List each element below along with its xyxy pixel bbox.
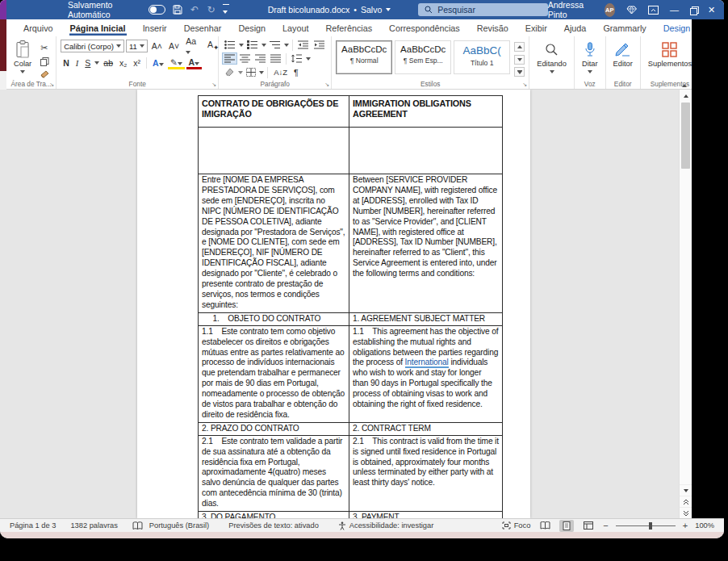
save-icon[interactable] — [173, 5, 182, 15]
grammar-suggestion-underline[interactable]: International — [405, 358, 449, 368]
ribbon-display-options-icon[interactable] — [648, 6, 659, 15]
language-indicator[interactable]: Português (Brasil) — [149, 521, 209, 530]
decrease-indent-icon[interactable] — [296, 40, 311, 50]
cell-pt-section1[interactable]: 1. OBJETO DO CONTRATO — [199, 313, 349, 325]
cell-en-empty[interactable] — [349, 128, 502, 174]
tab-mailings[interactable]: Correspondências — [388, 21, 461, 36]
scroll-down-icon[interactable] — [680, 484, 692, 496]
restore-button[interactable] — [690, 6, 696, 14]
cell-pt-title[interactable]: CONTRATO DE OBRIGAÇÕES DE IMIGRAÇÃO — [199, 96, 349, 127]
autosave-toggle[interactable] — [149, 5, 166, 15]
editor-button[interactable]: Editor — [610, 39, 636, 78]
shading-icon[interactable] — [223, 67, 236, 77]
font-family-select[interactable]: Calibri (Corpo) — [61, 40, 124, 52]
tab-layout[interactable]: Layout — [282, 21, 309, 36]
next-page-icon[interactable] — [680, 507, 692, 518]
gem-icon[interactable] — [626, 6, 637, 15]
cell-pt-clause21[interactable]: 2.1 Este contrato tem validade a partir … — [199, 436, 349, 511]
cell-en-section2[interactable]: 2. CONTRACT TERM — [349, 423, 502, 435]
editing-button[interactable]: Editando — [533, 39, 570, 78]
cell-pt-section2[interactable]: 2. PRAZO DO CONTRATO — [199, 423, 349, 435]
increase-indent-icon[interactable] — [312, 40, 327, 50]
cell-en-section3[interactable]: 3. PAYMENT — [349, 512, 502, 518]
cell-en-clause11[interactable]: 1.1 This agreement has the objective of … — [349, 326, 502, 422]
styles-more-icon[interactable] — [514, 67, 525, 77]
chevron-down-icon[interactable] — [306, 57, 311, 61]
document-title[interactable]: Draft bicolunado.docx • Salvo — [268, 5, 391, 15]
tab-design[interactable]: Design — [237, 21, 266, 36]
cell-pt-empty[interactable] — [199, 128, 349, 174]
styles-scroll-down-icon[interactable] — [514, 55, 525, 65]
previous-page-icon[interactable] — [680, 496, 692, 507]
document-area[interactable]: CONTRATO DE OBRIGAÇÕES DE IMIGRAÇÃO IMMI… — [0, 90, 724, 518]
zoom-level[interactable]: 100% — [695, 521, 714, 530]
clipboard-dialog-launcher-icon[interactable]: ↘ — [49, 82, 54, 88]
line-spacing-icon[interactable] — [290, 53, 304, 64]
customize-toolbar-icon[interactable] — [223, 4, 228, 15]
italic-button[interactable]: I — [73, 59, 82, 68]
font-color-icon[interactable]: A — [186, 57, 203, 69]
style-heading1[interactable]: AaBbC( Título 1 — [454, 40, 510, 74]
chevron-down-icon[interactable] — [259, 71, 264, 74]
dictate-button[interactable]: Ditar — [579, 39, 601, 78]
scrollbar-thumb[interactable] — [681, 103, 690, 169]
font-dialog-launcher-icon[interactable]: ↘ — [211, 82, 216, 88]
multilevel-list-icon[interactable] — [268, 40, 282, 50]
tab-help[interactable]: Ajuda — [563, 21, 588, 36]
sort-icon[interactable]: A↓Z — [271, 68, 290, 77]
numbered-list-icon[interactable] — [245, 40, 260, 50]
cell-pt-intro[interactable]: Entre [NOME DA EMPRESA PRESTADORA DE SER… — [199, 174, 349, 312]
proofing-icon[interactable] — [132, 521, 143, 530]
scroll-up-icon[interactable] — [680, 90, 692, 102]
tab-file[interactable]: Arquivo — [23, 21, 54, 36]
style-no-spacing[interactable]: AaBbCcDc ¶ Sem Esp... — [395, 40, 451, 74]
avatar[interactable]: AP — [605, 3, 615, 17]
cell-en-clause21[interactable]: 2.1 This contract is valid from the time… — [349, 436, 502, 511]
styles-dialog-launcher-icon[interactable]: ↘ — [522, 82, 527, 88]
justify-button[interactable] — [269, 53, 282, 64]
text-effects-icon[interactable]: A — [150, 58, 166, 68]
cell-pt-clause11[interactable]: 1.1 Este contrato tem como objetivo esta… — [199, 326, 349, 422]
collapse-ribbon-icon[interactable] — [682, 84, 687, 87]
styles-scroll-up-icon[interactable] — [514, 42, 525, 52]
contract-table[interactable]: CONTRATO DE OBRIGAÇÕES DE IMIGRAÇÃO IMMI… — [198, 95, 503, 518]
redo-icon[interactable]: ↻ — [207, 5, 216, 15]
zoom-slider[interactable] — [616, 521, 676, 530]
close-button[interactable]: ✕ — [707, 5, 716, 15]
search-input[interactable]: Pesquisar — [418, 3, 547, 16]
chevron-down-icon[interactable] — [284, 44, 289, 47]
focus-mode-button[interactable]: Foco — [502, 521, 531, 530]
strikethrough-icon[interactable]: ab — [101, 58, 115, 68]
user-name[interactable]: Andressa Pinto — [548, 0, 593, 19]
underline-button[interactable]: S — [82, 58, 93, 68]
pilcrow-icon[interactable]: ¶ — [291, 68, 301, 77]
align-center-button[interactable] — [238, 53, 252, 64]
chevron-down-icon[interactable] — [239, 44, 244, 47]
format-painter-icon[interactable] — [38, 69, 52, 80]
tab-home[interactable]: Página Inicial — [69, 21, 127, 36]
word-count[interactable]: 1382 palavras — [70, 521, 117, 530]
cut-icon[interactable]: ✂ — [38, 41, 52, 54]
grow-font-icon[interactable]: A˄ — [149, 41, 165, 51]
addins-button[interactable]: Suplementos — [645, 39, 695, 78]
align-right-button[interactable] — [253, 53, 267, 64]
align-left-button[interactable] — [223, 53, 236, 64]
page-indicator[interactable]: Página 1 de 3 — [10, 521, 56, 530]
cell-en-section1[interactable]: 1. AGREEMENT SUBJECT MATTER — [349, 313, 502, 325]
cell-en-title[interactable]: IMMIGRATION OBLIGATIONS AGREEMENT — [349, 96, 502, 127]
superscript-icon[interactable]: x² — [131, 58, 143, 68]
accessibility-status[interactable]: Acessibilidade: investigar — [338, 521, 433, 530]
tab-references[interactable]: Referências — [324, 21, 373, 36]
chevron-down-icon[interactable] — [238, 71, 243, 74]
minimize-button[interactable]: — — [670, 5, 679, 15]
zoom-slider-thumb[interactable] — [649, 522, 652, 530]
tab-view[interactable]: Exibir — [525, 21, 548, 36]
print-layout-icon[interactable] — [559, 520, 574, 532]
web-layout-icon[interactable] — [581, 520, 596, 532]
tab-review[interactable]: Revisão — [476, 21, 509, 36]
bold-button[interactable]: N — [61, 58, 72, 68]
shrink-font-icon[interactable]: A˅ — [166, 41, 182, 51]
change-case-icon[interactable]: Aa — [183, 36, 199, 56]
cell-en-intro[interactable]: Between [SERVICE PROVIDER COMPANY NAME],… — [349, 174, 502, 312]
borders-icon[interactable] — [245, 67, 257, 77]
